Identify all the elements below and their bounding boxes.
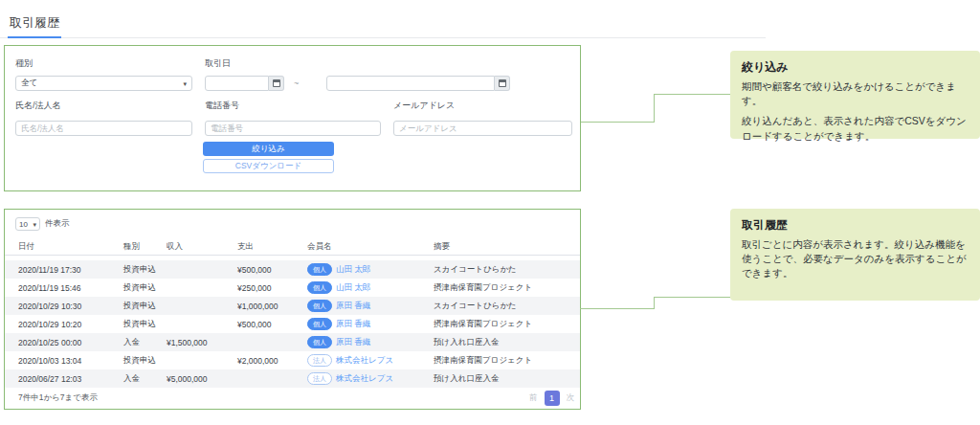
date-from-input[interactable] xyxy=(205,76,269,91)
cell-type: 入金 xyxy=(123,373,167,385)
table-row[interactable]: 2020/11/19 15:46 投資申込 ¥250,000 個人 山田 太郎 … xyxy=(5,279,580,297)
date-to-calendar-button[interactable] xyxy=(495,76,510,91)
cell-expense: ¥500,000 xyxy=(237,265,307,275)
pagination-page-1[interactable]: 1 xyxy=(545,391,560,406)
date-range-separator: ~ xyxy=(294,78,299,88)
column-header-income: 収入 xyxy=(167,241,237,253)
phone-label: 電話番号 xyxy=(205,100,381,112)
date-to-input[interactable] xyxy=(326,76,495,91)
table-footer: 7件中1から7まで表示 前 1 次 xyxy=(5,391,580,406)
member-type-badge: 法人 xyxy=(307,354,332,367)
cell-description: スカイコートひらかた xyxy=(434,301,580,312)
annotation-title: 取引履歴 xyxy=(742,217,969,234)
cell-type: 投資申込 xyxy=(123,282,167,294)
pagination: 前 1 次 xyxy=(529,391,574,406)
member-type-badge: 個人 xyxy=(307,336,332,348)
cell-member: 個人 山田 太郎 xyxy=(307,263,434,276)
name-input[interactable] xyxy=(15,121,192,136)
calendar-icon xyxy=(499,79,506,87)
email-field: メールアドレス xyxy=(393,100,572,136)
connector-line xyxy=(654,94,655,123)
results-summary: 7件中1から7まで表示 xyxy=(18,392,98,404)
table-row[interactable]: 2020/10/29 10:20 投資申込 ¥500,000 個人 原田 香織 … xyxy=(5,315,580,333)
member-type-badge: 個人 xyxy=(307,281,332,294)
calendar-icon xyxy=(273,79,280,87)
connector-line xyxy=(655,297,730,298)
table-row[interactable]: 2020/10/25 00:00 入金 ¥1,500,000 個人 原田 香織 … xyxy=(5,333,580,351)
cell-member: 個人 原田 香織 xyxy=(307,300,434,312)
table-body: 2020/11/19 17:30 投資申込 ¥500,000 個人 山田 太郎 … xyxy=(5,260,580,388)
member-link[interactable]: 株式会社レプス xyxy=(336,373,393,385)
csv-download-button[interactable]: CSVダウンロード xyxy=(203,159,334,173)
page-size-control: 10 ▾ 件表示 xyxy=(15,217,70,231)
table-row[interactable]: 2020/10/03 13:04 投資申込 ¥2,000,000 法人 株式会社… xyxy=(5,351,580,369)
connector-line xyxy=(581,122,654,123)
table-header: 日付 種別 収入 支出 会員名 摘要 xyxy=(5,238,580,256)
cell-member: 法人 株式会社レプス xyxy=(307,372,434,385)
table-row[interactable]: 2020/10/29 10:30 投資申込 ¥1,000,000 個人 原田 香… xyxy=(5,297,580,315)
table-row[interactable]: 2020/11/19 17:30 投資申込 ¥500,000 個人 山田 太郎 … xyxy=(5,260,580,279)
column-header-member: 会員名 xyxy=(307,241,434,253)
cell-description: 預け入れ口座入金 xyxy=(434,373,580,385)
connector-line xyxy=(580,308,654,309)
transactions-panel: 10 ▾ 件表示 日付 種別 収入 支出 会員名 摘要 2020/11/19 1… xyxy=(4,209,581,410)
type-field: 種別 全て ▾ xyxy=(15,57,192,91)
page-size-label: 件表示 xyxy=(45,218,70,230)
cell-date: 2020/11/19 15:46 xyxy=(18,283,123,293)
cell-date: 2020/11/19 17:30 xyxy=(18,265,123,275)
cell-expense: ¥1,000,000 xyxy=(237,302,307,311)
type-select-value: 全て xyxy=(21,78,37,89)
column-header-expense: 支出 xyxy=(237,241,307,253)
name-label: 氏名/法人名 xyxy=(15,100,192,112)
member-link[interactable]: 原田 香織 xyxy=(336,301,370,312)
date-label: 取引日 xyxy=(205,57,510,70)
cell-date: 2020/10/25 00:00 xyxy=(18,338,123,347)
filter-panel: 種別 全て ▾ 取引日 ~ 氏名/法人名 xyxy=(4,45,581,191)
cell-member: 個人 山田 太郎 xyxy=(307,281,434,294)
column-header-date: 日付 xyxy=(18,241,123,253)
date-field: 取引日 ~ xyxy=(205,57,510,91)
type-label: 種別 xyxy=(15,57,192,70)
pagination-next[interactable]: 次 xyxy=(567,392,575,404)
member-link[interactable]: 山田 太郎 xyxy=(336,282,370,294)
column-header-desc: 摘要 xyxy=(434,241,580,253)
connector-line xyxy=(655,94,730,95)
tab-bar: 取引履歴 xyxy=(0,0,766,38)
cell-type: 入金 xyxy=(123,337,167,348)
cell-description: 摂津南保育園プロジェクト xyxy=(434,319,580,330)
cell-income: ¥1,500,000 xyxy=(167,338,237,347)
annotation-filter: 絞り込み 期間や顧客名で絞り込みをかけることができます。 絞り込んだあと、表示さ… xyxy=(730,51,980,139)
cell-description: 預け入れ口座入金 xyxy=(434,337,580,348)
cell-date: 2020/10/29 10:30 xyxy=(18,302,123,311)
annotation-body: 取引ごとに内容が表示されます。絞り込み機能を使うことで、必要なデータのみを表示す… xyxy=(742,237,969,281)
table-row[interactable]: 2020/06/27 12:03 入金 ¥5,000,000 法人 株式会社レプ… xyxy=(5,369,580,388)
member-link[interactable]: 株式会社レプス xyxy=(336,355,393,367)
chevron-down-icon: ▾ xyxy=(183,80,187,87)
email-input[interactable] xyxy=(393,121,572,136)
annotation-history: 取引履歴 取引ごとに内容が表示されます。絞り込み機能を使うことで、必要なデータの… xyxy=(730,209,980,301)
tab-transaction-history[interactable]: 取引履歴 xyxy=(8,14,61,38)
annotation-title: 絞り込み xyxy=(742,59,969,76)
name-field: 氏名/法人名 xyxy=(15,100,192,136)
cell-income: ¥5,000,000 xyxy=(167,374,237,384)
page-size-select[interactable]: 10 ▾ xyxy=(15,217,40,231)
annotation-body: 期間や顧客名で絞り込みをかけることができます。 xyxy=(742,79,969,108)
cell-description: スカイコートひらかた xyxy=(434,264,580,276)
cell-type: 投資申込 xyxy=(123,301,167,312)
cell-description: 摂津南保育園プロジェクト xyxy=(434,355,580,367)
cell-member: 個人 原田 香織 xyxy=(307,336,434,348)
phone-input[interactable] xyxy=(205,121,381,136)
member-link[interactable]: 原田 香織 xyxy=(336,319,370,330)
pagination-prev[interactable]: 前 xyxy=(529,392,538,404)
member-link[interactable]: 山田 太郎 xyxy=(336,264,370,276)
filter-button[interactable]: 絞り込み xyxy=(203,142,334,156)
page-size-value: 10 xyxy=(19,220,28,229)
cell-date: 2020/10/03 13:04 xyxy=(18,356,123,366)
date-from-calendar-button[interactable] xyxy=(269,76,284,91)
page: 取引履歴 種別 全て ▾ 取引日 ~ xyxy=(0,0,980,425)
cell-expense: ¥2,000,000 xyxy=(237,356,307,366)
phone-field: 電話番号 xyxy=(205,100,381,136)
type-select[interactable]: 全て ▾ xyxy=(15,76,192,91)
cell-date: 2020/10/29 10:20 xyxy=(18,320,123,329)
member-link[interactable]: 原田 香織 xyxy=(336,337,370,348)
